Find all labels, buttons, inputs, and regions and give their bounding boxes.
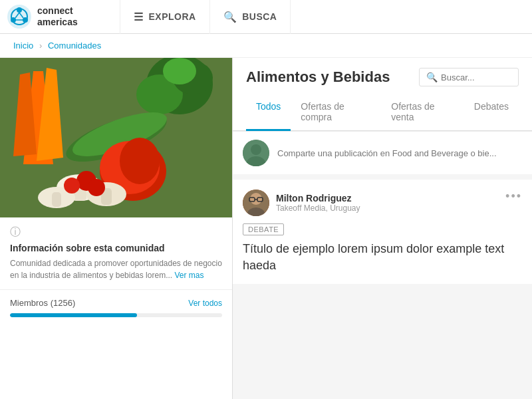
avatar-svg <box>243 140 269 166</box>
tab-ofertas-compra[interactable]: Ofertas de compra <box>291 94 381 131</box>
current-user-avatar <box>243 140 269 166</box>
nav-busca[interactable]: 🔍 BUSCA <box>210 0 291 34</box>
info-title: Información sobre esta comunidad <box>10 243 222 253</box>
share-input[interactable] <box>277 148 522 158</box>
community-content: Alimentos y Bebidas 🔍 Todos Ofertas de c… <box>233 58 532 399</box>
svg-point-20 <box>120 138 160 184</box>
svg-point-4 <box>11 17 16 23</box>
breadcrumb-inicio[interactable]: Inicio <box>13 41 33 51</box>
content-header: Alimentos y Bebidas 🔍 Todos Ofertas de c… <box>233 58 532 131</box>
post-create <box>233 131 532 174</box>
main-content: ⓘ Información sobre esta comunidad Comun… <box>0 58 532 399</box>
tab-ofertas-venta[interactable]: Ofertas de venta <box>381 94 464 131</box>
post-author-details: Milton Rodriguez Takeoff Media, Uruguay <box>276 193 360 213</box>
search-nav-icon: 🔍 <box>223 11 237 23</box>
menu-icon: ☰ <box>134 11 144 23</box>
nav-explora[interactable]: ☰ EXPLORA <box>120 0 210 34</box>
breadcrumb-separator: › <box>39 41 42 51</box>
logo-icon <box>7 4 32 29</box>
debate-badge: DEBATE <box>243 223 284 235</box>
post-avatar <box>243 190 269 216</box>
content-tabs: Todos Ofertas de compra Ofertas de venta… <box>246 94 519 130</box>
post-title: Título de ejemplo lorem ipsum dolor exam… <box>243 241 522 274</box>
info-read-more[interactable]: Ver mas <box>174 271 203 280</box>
post-menu-button[interactable]: ••• <box>505 190 522 203</box>
members-see-all[interactable]: Ver todos <box>188 299 222 308</box>
members-section: Miembros (1256) Ver todos <box>0 290 232 325</box>
post-avatar-svg <box>243 190 269 216</box>
svg-point-2 <box>17 7 22 13</box>
post-author-name: Milton Rodriguez <box>276 193 360 203</box>
post-author: Milton Rodriguez Takeoff Media, Uruguay <box>243 190 360 216</box>
post-author-meta: Takeoff Media, Uruguay <box>276 203 360 213</box>
svg-point-31 <box>251 144 261 155</box>
info-icon: ⓘ <box>10 225 222 239</box>
svg-point-12 <box>163 58 196 84</box>
community-title: Alimentos y Bebidas <box>246 68 390 86</box>
community-info: ⓘ Información sobre esta comunidad Comun… <box>0 217 232 290</box>
members-label: Miembros (1256) <box>10 298 75 308</box>
post-card: Milton Rodriguez Takeoff Media, Uruguay … <box>233 180 532 284</box>
header: connect americas ☰ EXPLORA 🔍 BUSCA <box>0 0 532 34</box>
search-input[interactable] <box>441 72 521 82</box>
svg-point-28 <box>64 178 80 194</box>
members-progress-fill <box>10 313 137 317</box>
title-row: Alimentos y Bebidas 🔍 <box>246 68 519 86</box>
community-sidebar: ⓘ Información sobre esta comunidad Comun… <box>0 58 233 399</box>
community-image <box>0 58 232 217</box>
breadcrumb: Inicio › Comunidades <box>0 34 532 58</box>
svg-point-34 <box>250 193 262 205</box>
tab-todos[interactable]: Todos <box>246 94 291 131</box>
community-search[interactable]: 🔍 <box>419 68 519 86</box>
breadcrumb-comunidades[interactable]: Comunidades <box>48 41 101 51</box>
svg-point-3 <box>23 17 28 23</box>
members-progress-bar <box>10 313 222 317</box>
community-image-svg <box>0 58 232 217</box>
svg-rect-26 <box>52 192 61 207</box>
logo-text: connect americas <box>37 5 78 28</box>
logo[interactable]: connect americas <box>7 4 120 29</box>
members-header: Miembros (1256) Ver todos <box>10 298 222 308</box>
search-icon: 🔍 <box>426 72 438 82</box>
info-desc: Comunidad dedicada a promover oportunida… <box>10 257 222 281</box>
svg-point-29 <box>88 179 105 196</box>
post-header: Milton Rodriguez Takeoff Media, Uruguay … <box>243 190 522 216</box>
tab-debates[interactable]: Debates <box>464 94 519 131</box>
